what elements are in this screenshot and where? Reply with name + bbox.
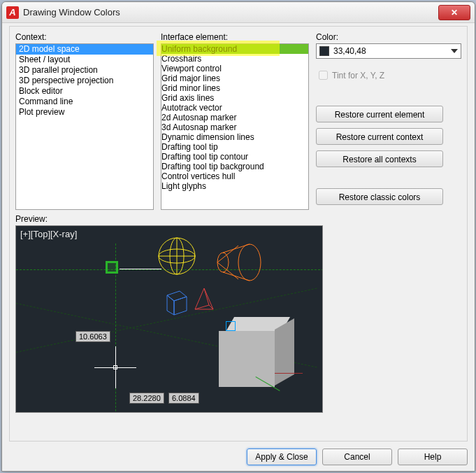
context-item[interactable]: Sheet / layout	[16, 55, 153, 65]
measurement-1: 10.6063	[75, 331, 110, 342]
crosshair-box-icon	[113, 365, 117, 369]
svg-marker-11	[167, 291, 187, 301]
interface-element-item[interactable]: Uniform background	[161, 44, 308, 54]
color-value: 33,40,48	[333, 46, 451, 56]
context-listbox[interactable]: 2D model spaceSheet / layout3D parallel …	[15, 43, 154, 210]
wireframe-cone-icon	[205, 241, 264, 285]
titlebar: A Drawing Window Colors ✕	[2, 2, 475, 23]
chevron-down-icon	[451, 49, 458, 53]
window-title: Drawing Window Colors	[23, 7, 120, 17]
interface-element-item[interactable]: Drafting tool tip background	[161, 162, 308, 171]
dialog-drawing-window-colors: A Drawing Window Colors ✕ Context: 2D mo…	[1, 1, 475, 472]
wireframe-cube-icon	[163, 285, 191, 318]
close-icon: ✕	[451, 8, 458, 17]
context-item[interactable]: 3D parallel projection	[16, 65, 153, 76]
svg-line-17	[204, 288, 209, 305]
svg-marker-12	[167, 295, 174, 315]
viewport-control-label: [+][Top][X-ray]	[20, 229, 77, 239]
tint-checkbox[interactable]	[319, 71, 328, 80]
interface-element-item[interactable]: Control vertices hull	[161, 171, 308, 181]
svg-line-15	[195, 305, 209, 309]
interface-element-item[interactable]: Autotrack vector	[161, 103, 308, 113]
app-icon: A	[6, 6, 19, 19]
context-label: Context:	[15, 32, 154, 42]
interface-element-item[interactable]: Light glyphs	[161, 181, 308, 191]
measurement-2: 28.2280	[129, 393, 164, 404]
context-item[interactable]: 2D model space	[16, 44, 153, 55]
apply-close-button[interactable]: Apply & Close	[247, 449, 317, 465]
context-item[interactable]: Plot preview	[16, 107, 153, 118]
restore-current-element-button[interactable]: Restore current element	[316, 106, 443, 122]
interface-element-item[interactable]: Drafting tool tip	[161, 142, 308, 152]
svg-point-6	[217, 253, 229, 272]
cancel-button[interactable]: Cancel	[322, 449, 392, 465]
tint-label: Tint for X, Y, Z	[332, 71, 384, 80]
svg-line-10	[223, 272, 250, 281]
wireframe-sphere-icon	[156, 236, 198, 278]
context-item[interactable]: Block editor	[16, 86, 153, 97]
interface-element-item[interactable]: 2d Autosnap marker	[161, 113, 308, 122]
restore-current-context-button[interactable]: Restore current context	[316, 128, 443, 145]
svg-line-9	[223, 244, 250, 253]
close-button[interactable]: ✕	[438, 5, 470, 20]
context-item[interactable]: Command line	[16, 97, 153, 107]
tracking-line	[120, 269, 161, 269]
svg-marker-13	[174, 297, 187, 315]
interface-element-item[interactable]: Viewport control	[161, 64, 308, 73]
interface-element-item[interactable]: Grid minor lines	[161, 83, 308, 93]
color-swatch	[319, 46, 329, 56]
preview-label: Preview:	[15, 214, 461, 224]
autosnap-marker-icon	[106, 261, 118, 274]
help-button[interactable]: Help	[398, 449, 468, 465]
interface-element-item[interactable]: Drafting tool tip contour	[161, 152, 308, 162]
wireframe-pyramid-icon	[191, 285, 217, 316]
restore-all-contexts-button[interactable]: Restore all contexts	[316, 150, 443, 167]
svg-point-5	[238, 244, 261, 281]
context-item[interactable]: 3D perspective projection	[16, 76, 153, 86]
axis-x-icon	[275, 373, 303, 374]
grip-marker-icon	[226, 321, 236, 331]
interface-element-item[interactable]: Grid axis lines	[161, 93, 308, 103]
interface-element-listbox[interactable]: Uniform backgroundCrosshairsViewport con…	[161, 43, 309, 210]
color-label: Color:	[316, 32, 461, 42]
interface-element-item[interactable]: 3d Autosnap marker	[161, 122, 308, 132]
color-dropdown[interactable]: 33,40,48	[316, 43, 461, 59]
preview-viewport: [+][Top][X-ray]	[15, 225, 323, 413]
tint-checkbox-row[interactable]: Tint for X, Y, Z	[316, 69, 461, 82]
interface-element-item[interactable]: Grid major lines	[161, 73, 308, 83]
interface-element-item[interactable]: Dynamic dimension lines	[161, 132, 308, 142]
restore-classic-colors-button[interactable]: Restore classic colors	[316, 188, 443, 205]
interface-element-label: Interface element:	[161, 32, 309, 42]
interface-element-item[interactable]: Crosshairs	[161, 54, 308, 64]
measurement-3: 6.0884	[168, 393, 199, 404]
